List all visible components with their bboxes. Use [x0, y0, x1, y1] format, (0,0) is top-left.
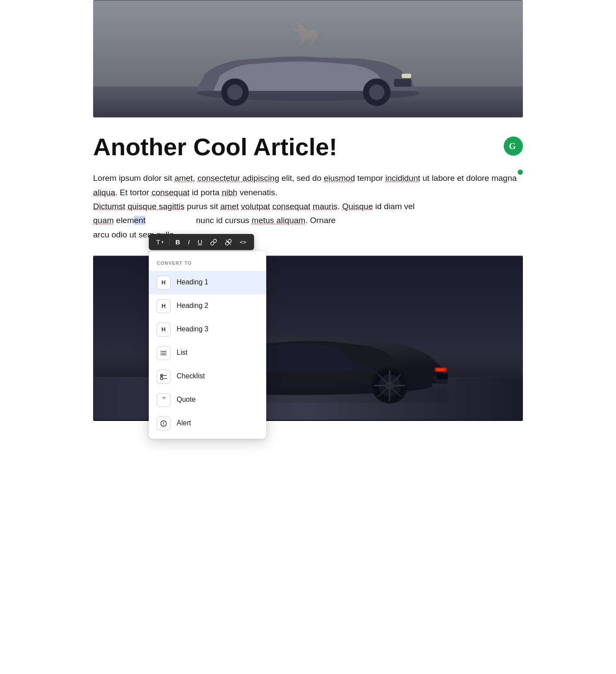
svg-rect-20 — [161, 377, 163, 380]
svg-text:🐎: 🐎 — [292, 20, 324, 50]
alert-icon — [157, 417, 171, 430]
svg-rect-7 — [402, 74, 411, 78]
selected-text: ent — [134, 216, 145, 225]
svg-rect-30 — [437, 368, 445, 371]
list-icon — [157, 346, 171, 360]
svg-point-24 — [163, 424, 164, 425]
svg-rect-8 — [394, 79, 412, 87]
underline-quisque2: Quisque — [342, 202, 373, 211]
code-button[interactable]: <> — [237, 237, 250, 247]
convert-to-heading2[interactable]: H Heading 2 — [149, 294, 266, 318]
svg-point-15 — [161, 351, 161, 352]
underline-amet2: amet — [221, 202, 239, 211]
underline-button[interactable]: U — [194, 237, 205, 247]
checklist-label: Checklist — [177, 370, 205, 382]
underline-mauris: mauris — [313, 202, 338, 211]
underline-amet: amet — [174, 174, 193, 183]
underline-quam: quam — [93, 216, 114, 225]
unlink-button[interactable] — [222, 237, 235, 247]
underline-quisque: quisque sagittis — [127, 202, 184, 211]
convert-to-list[interactable]: List — [149, 341, 266, 365]
convert-to-dropdown: CONVERT TO H Heading 1 H Heading 2 H Hea… — [149, 251, 266, 438]
alert-label: Alert — [177, 417, 191, 429]
svg-line-11 — [226, 240, 231, 245]
underline-metus: metus aliquam — [251, 216, 305, 225]
heading1-icon: H — [157, 276, 171, 290]
svg-text:G: G — [509, 141, 516, 151]
hero-image: 🐎 — [93, 0, 523, 117]
underline-volutpat: volutpat — [241, 202, 270, 211]
svg-point-4 — [227, 84, 243, 100]
heading3-icon: H — [157, 323, 171, 337]
convert-to-heading3[interactable]: H Heading 3 — [149, 318, 266, 341]
convert-to-alert[interactable]: Alert — [149, 412, 266, 435]
article-title-row: Another Cool Article! G — [93, 133, 523, 161]
convert-to-label: CONVERT TO — [149, 255, 266, 270]
text-type-button[interactable]: T ▾ — [153, 237, 167, 247]
heading2-icon: H — [157, 299, 171, 313]
article-title: Another Cool Article! — [93, 133, 337, 161]
underline-consequat2: consequat — [272, 202, 311, 211]
heading3-label: Heading 3 — [177, 324, 208, 335]
underline-eiusmod: eiusmod — [324, 174, 355, 183]
underline-incididunt: incididunt — [385, 174, 420, 183]
link-button[interactable] — [207, 237, 220, 247]
list-label: List — [177, 347, 187, 358]
underline-nibh: nibh — [222, 188, 238, 197]
text-type-label: T — [156, 238, 160, 246]
checklist-icon — [157, 370, 171, 384]
quote-icon: " — [157, 393, 171, 407]
svg-point-16 — [161, 353, 161, 354]
convert-to-quote[interactable]: " Quote — [149, 388, 266, 412]
underline-aliqua: aliqua — [93, 188, 115, 197]
heading2-label: Heading 2 — [177, 300, 208, 311]
italic-button[interactable]: I — [185, 237, 193, 247]
convert-to-heading1[interactable]: H Heading 1 — [149, 271, 266, 294]
bold-button[interactable]: B — [172, 237, 183, 247]
inline-toolbar: T ▾ B I U — [149, 234, 254, 250]
heading1-label: Heading 1 — [177, 277, 208, 288]
grammarly-button[interactable]: G — [504, 137, 523, 156]
svg-point-6 — [369, 84, 385, 100]
green-dot-indicator — [518, 170, 523, 175]
convert-to-checklist[interactable]: Checklist — [149, 365, 266, 388]
underline-consequat: consequat — [151, 188, 190, 197]
article-body[interactable]: Lorem ipsum dolor sit amet, consectetur … — [93, 171, 523, 241]
toolbar-divider-1 — [169, 238, 170, 246]
svg-point-17 — [161, 354, 161, 355]
quote-label: Quote — [177, 394, 196, 405]
underline-consectetur: consectetur adipiscing — [198, 174, 279, 183]
underline-dictumst: Dictumst — [93, 202, 125, 211]
chevron-down-icon: ▾ — [161, 240, 164, 244]
